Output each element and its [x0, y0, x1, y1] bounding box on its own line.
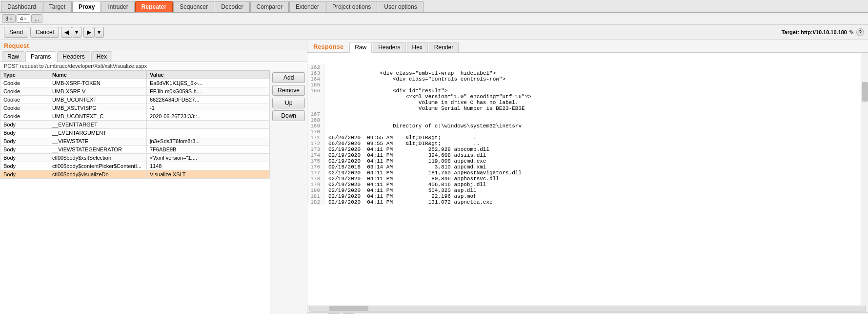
- response-line: 17609/15/2018 03:14 AM 3,810 appcmd.xml: [307, 164, 868, 170]
- request-tab-params[interactable]: Params: [25, 51, 56, 62]
- tab-dashboard[interactable]: Dashboard: [1, 1, 42, 12]
- line-number: 165: [307, 82, 324, 88]
- tab-num-4[interactable]: 4 ×: [17, 14, 30, 23]
- tab-num-3[interactable]: 3 ×: [2, 14, 16, 23]
- response-tab-headers[interactable]: Headers: [373, 42, 405, 52]
- response-tab-render[interactable]: Render: [429, 42, 459, 52]
- response-tab-hex[interactable]: Hex: [407, 42, 428, 52]
- tab-project-options[interactable]: Project options: [326, 1, 377, 12]
- tab-target[interactable]: Target: [43, 1, 72, 12]
- table-row[interactable]: Bodyctl00$body$contentPicker$ContentI...…: [0, 162, 270, 170]
- tab-repeater[interactable]: Repeater: [135, 1, 173, 12]
- col-value[interactable]: Value: [147, 71, 270, 79]
- tab-user-options[interactable]: User options: [378, 1, 423, 12]
- line-number: 169: [307, 123, 324, 129]
- line-number: 173: [307, 147, 324, 152]
- up-button[interactable]: Up: [272, 98, 305, 108]
- line-content: Directory of c:\windows\system32\inetsrv: [324, 123, 522, 129]
- down-button[interactable]: Down: [272, 110, 305, 121]
- response-line: 18102/19/2020 04:11 PM 22,196 asp.mof: [307, 193, 868, 199]
- table-row[interactable]: CookieUMB-XSRF-VFFJlh-m0kG059S-h...: [0, 87, 270, 96]
- response-scroll-area[interactable]: 162163 <div class="umb-el-wrap hidelabel…: [307, 53, 868, 305]
- cancel-button[interactable]: Cancel: [30, 27, 59, 38]
- tab-sequencer[interactable]: Sequencer: [173, 1, 214, 12]
- response-line: 170: [307, 129, 868, 135]
- table-row[interactable]: Body__EVENTTARGET: [0, 121, 270, 129]
- add-button[interactable]: Add: [272, 72, 305, 83]
- table-row[interactable]: CookieUMB_UCONTEXT_C2020-06-26T23:33::..: [0, 112, 270, 121]
- response-tab-raw[interactable]: Raw: [349, 42, 372, 53]
- col-name[interactable]: Name: [49, 71, 147, 79]
- cell-name: ctl00$body$contentPicker$ContentI...: [49, 162, 147, 170]
- line-number: 177: [307, 170, 324, 176]
- tab-comparer[interactable]: Comparer: [250, 1, 289, 12]
- cell-type: Cookie: [0, 104, 49, 112]
- tab-extender[interactable]: Extender: [289, 1, 325, 12]
- forward-button[interactable]: ▶: [83, 27, 95, 38]
- h-scrollbar-track[interactable]: [309, 306, 866, 312]
- cell-name: __VIEWSTATEGENERATOR: [49, 146, 147, 154]
- help-icon[interactable]: ?: [856, 28, 864, 36]
- col-type[interactable]: Type: [0, 71, 49, 79]
- tab-4-close[interactable]: ×: [24, 16, 27, 21]
- cell-type: Body: [0, 121, 49, 129]
- back-dropdown[interactable]: ▾: [72, 27, 81, 38]
- table-row[interactable]: CookieUMB-XSRF-TOKENEa6dVK1K1jES_6k-...: [0, 79, 270, 87]
- line-number: 178: [307, 176, 324, 182]
- tab-intruder[interactable]: Intruder: [101, 1, 134, 12]
- response-line: 18002/19/2020 04:11 PM 504,320 asp.dll: [307, 188, 868, 193]
- response-line: 167: [307, 111, 868, 117]
- line-number: 166: [307, 88, 324, 94]
- toolbar: Send Cancel ◀▾ ▶▾ Target: http://10.10.1…: [0, 25, 868, 40]
- response-line: 166 <div id="result">: [307, 88, 868, 94]
- send-button[interactable]: Send: [4, 27, 28, 38]
- scrollbar-track[interactable]: [861, 53, 868, 305]
- line-number: 172: [307, 141, 324, 147]
- scrollbar-thumb[interactable]: [862, 82, 868, 102]
- table-row[interactable]: Bodyctl00$body$visualizeDoVisualize XSLT: [0, 170, 270, 179]
- cell-value: 1148: [147, 162, 270, 170]
- line-content: Volume in drive C has no label.: [324, 100, 518, 105]
- cell-name: UMB_XSLTVISPG: [49, 104, 147, 112]
- line-content: 02/19/2020 04:11 PM 252,928 abocomp.dll: [324, 147, 489, 152]
- tab-more-button[interactable]: ...: [31, 14, 42, 23]
- table-row[interactable]: CookieUMB_XSLTVISPG-1: [0, 104, 270, 112]
- line-content: 02/19/2020 04:11 PM 324,608 adsiis.dll: [324, 152, 486, 158]
- response-line: <?xml version="1.0" encoding="utf-16"?>: [307, 94, 868, 100]
- line-number: 182: [307, 199, 324, 205]
- request-tab-headers[interactable]: Headers: [57, 51, 90, 62]
- tab-3-label: 3: [5, 16, 8, 21]
- cell-name: UMB_UCONTEXT_C: [49, 112, 147, 121]
- line-number: [307, 100, 324, 105]
- cell-name: __VIEWSTATE: [49, 137, 147, 146]
- table-row[interactable]: CookieUMB_UCONTEXT66226A84DFDB27...: [0, 96, 270, 104]
- request-tab-hex[interactable]: Hex: [91, 51, 112, 62]
- cell-type: Cookie: [0, 96, 49, 104]
- line-number: 170: [307, 129, 324, 135]
- tab-proxy[interactable]: Proxy: [72, 1, 101, 12]
- tab-3-close[interactable]: ×: [9, 16, 12, 21]
- line-number: 174: [307, 152, 324, 158]
- response-line: 17702/19/2020 04:11 PM 181,760 AppHostNa…: [307, 170, 868, 176]
- line-content: 02/19/2020 04:11 PM 131,072 aspnetca.exe: [324, 199, 493, 205]
- forward-dropdown[interactable]: ▾: [95, 27, 104, 38]
- tab-decoder[interactable]: Decoder: [215, 1, 249, 12]
- table-row[interactable]: Body__VIEWSTATEjn3+Sds3T6fom8r3...: [0, 137, 270, 146]
- response-line: 162: [307, 64, 868, 70]
- remove-button[interactable]: Remove: [272, 85, 305, 96]
- response-line: 17106/26/2020 09:55 AM &lt;DIR&gt; .: [307, 135, 868, 141]
- cell-value: FFJlh-m0kG059S-h...: [147, 87, 270, 96]
- response-line: 169 Directory of c:\windows\system32\ine…: [307, 123, 868, 129]
- h-scrollbar-thumb[interactable]: [329, 306, 368, 311]
- table-row[interactable]: Bodyctl00$body$xsltSelection<?xml versio…: [0, 154, 270, 162]
- line-number: 175: [307, 158, 324, 164]
- table-row[interactable]: Body__EVENTARGUMENT: [0, 129, 270, 137]
- request-tab-raw[interactable]: Raw: [2, 51, 24, 62]
- response-line: 17302/19/2020 04:11 PM 252,928 abocomp.d…: [307, 147, 868, 152]
- back-button[interactable]: ◀: [61, 27, 72, 38]
- cell-value: Visualize XSLT: [147, 170, 270, 179]
- table-row[interactable]: Body__VIEWSTATEGENERATOR7F6ABE9B: [0, 146, 270, 154]
- edit-target-icon[interactable]: ✎: [849, 29, 854, 36]
- cell-value: [147, 129, 270, 137]
- line-number: 164: [307, 76, 324, 82]
